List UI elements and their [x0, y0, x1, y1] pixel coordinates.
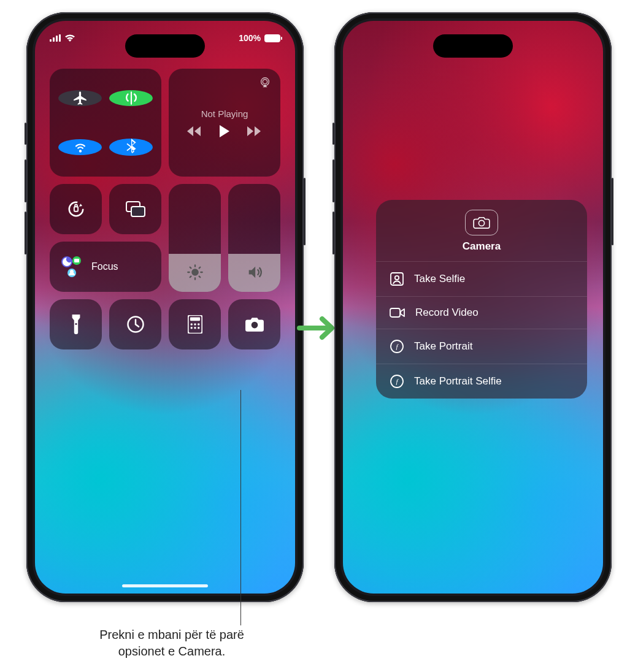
forward-icon[interactable]	[247, 126, 262, 136]
svg-rect-3	[59, 34, 61, 42]
svg-point-23	[194, 327, 196, 329]
timer-icon	[126, 315, 145, 334]
cellular-data-toggle[interactable]	[109, 90, 153, 106]
camera-icon	[473, 216, 490, 229]
flashlight-button[interactable]	[50, 299, 102, 349]
airplane-mode-toggle[interactable]	[58, 90, 102, 106]
menu-item-label: Take Selfie	[414, 273, 465, 285]
camera-context-menu: Camera Take Selfie Record Video f Take P…	[376, 200, 587, 399]
svg-point-19	[190, 323, 192, 325]
svg-point-24	[198, 327, 199, 329]
media-title: Not Playing	[201, 109, 248, 119]
svg-rect-7	[74, 207, 77, 212]
menu-item-label: Take Portrait Selfie	[414, 375, 502, 388]
antenna-icon	[123, 90, 139, 106]
screen-mirroring-icon	[126, 201, 145, 217]
svg-rect-27	[391, 273, 403, 285]
bluetooth-toggle[interactable]	[109, 139, 153, 156]
brightness-slider[interactable]	[169, 184, 221, 292]
home-indicator[interactable]	[122, 584, 208, 587]
battery-percent: 100%	[239, 33, 261, 43]
menu-item-label: Take Portrait	[414, 340, 472, 353]
svg-rect-18	[190, 317, 199, 321]
focus-button[interactable]: Focus	[50, 242, 161, 292]
orientation-lock-button[interactable]	[50, 184, 102, 234]
timer-button[interactable]	[109, 299, 161, 349]
video-icon	[390, 307, 405, 319]
svg-point-5	[263, 80, 267, 84]
rewind-icon[interactable]	[187, 126, 202, 136]
svg-point-10	[191, 269, 199, 276]
arrow-right-icon	[296, 313, 339, 346]
focus-icons-cluster	[60, 254, 84, 279]
svg-point-28	[395, 276, 399, 280]
svg-point-25	[251, 322, 258, 329]
svg-rect-1	[53, 37, 55, 42]
camera-menu-item-portrait[interactable]: f Take Portrait	[376, 329, 587, 364]
wifi-icon	[72, 139, 88, 155]
bluetooth-icon	[125, 139, 137, 156]
camera-menu-title: Camera	[463, 240, 501, 253]
wifi-toggle[interactable]	[58, 139, 102, 155]
camera-menu-header[interactable]: Camera	[376, 200, 587, 261]
svg-text:f: f	[396, 343, 399, 350]
svg-point-21	[198, 323, 199, 325]
menu-item-label: Record Video	[415, 307, 479, 319]
volume-slider[interactable]	[228, 184, 280, 292]
play-icon[interactable]	[219, 125, 230, 137]
portrait-selfie-icon: f	[390, 374, 404, 389]
selfie-icon	[390, 272, 404, 286]
portrait-icon: f	[390, 339, 404, 354]
camera-menu-item-portrait-selfie[interactable]: f Take Portrait Selfie	[376, 364, 587, 399]
svg-point-22	[190, 327, 192, 329]
brightness-icon	[186, 264, 204, 281]
calculator-button[interactable]	[169, 299, 221, 349]
camera-button[interactable]	[228, 299, 280, 349]
airplay-icon[interactable]	[258, 76, 272, 90]
battery-icon	[264, 34, 280, 42]
cellular-signal-icon	[50, 34, 61, 42]
svg-rect-2	[56, 36, 58, 42]
callout-leader-line	[240, 390, 241, 625]
orientation-lock-icon	[67, 200, 85, 218]
svg-point-20	[194, 323, 196, 325]
svg-text:f: f	[396, 378, 399, 385]
screen-mirroring-button[interactable]	[109, 184, 161, 234]
airplane-icon	[72, 90, 88, 106]
dynamic-island	[125, 34, 205, 58]
callout-text: Prekni e mbani për të parë opsionet e Ca…	[49, 627, 294, 660]
camera-icon	[245, 316, 264, 332]
svg-point-26	[479, 220, 484, 226]
focus-label: Focus	[91, 261, 118, 272]
svg-rect-0	[50, 39, 52, 42]
volume-icon	[246, 264, 263, 281]
camera-menu-item-selfie[interactable]: Take Selfie	[376, 261, 587, 296]
calculator-icon	[188, 315, 202, 334]
flashlight-icon	[71, 315, 82, 334]
dynamic-island	[433, 34, 513, 58]
svg-rect-13	[74, 259, 79, 262]
wifi-status-icon	[64, 34, 75, 42]
svg-rect-9	[131, 207, 145, 216]
phone-right: Camera Take Selfie Record Video f Take P…	[334, 12, 612, 602]
phone-left: 100%	[26, 12, 304, 602]
connectivity-group[interactable]	[50, 69, 161, 177]
svg-point-4	[261, 78, 269, 86]
camera-menu-item-video[interactable]: Record Video	[376, 296, 587, 329]
svg-rect-29	[390, 308, 400, 317]
media-controls[interactable]: Not Playing	[169, 69, 280, 177]
